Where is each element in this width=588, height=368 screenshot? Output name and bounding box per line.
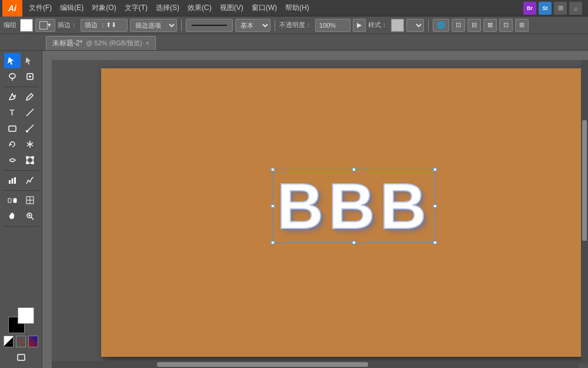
column-graph-tool[interactable] bbox=[4, 173, 21, 188]
tool-row-extra bbox=[1, 350, 41, 365]
svg-rect-19 bbox=[8, 198, 11, 203]
bbb-text-container[interactable]: BBB bbox=[277, 174, 431, 238]
handle-top-left[interactable] bbox=[271, 168, 275, 171]
hand-tool[interactable] bbox=[4, 208, 21, 224]
svg-rect-6 bbox=[9, 126, 16, 131]
opacity-more[interactable]: ▶ bbox=[353, 19, 366, 32]
style-select[interactable]: ▾ bbox=[406, 19, 424, 32]
menu-edit[interactable]: 编辑(E) bbox=[56, 0, 88, 16]
swap-colors-icon[interactable] bbox=[4, 336, 14, 347]
pencil-tool[interactable] bbox=[22, 121, 38, 136]
canvas-area[interactable]: BBB bbox=[42, 51, 588, 368]
handle-bottom-right[interactable] bbox=[433, 241, 437, 244]
menu-view[interactable]: 视图(V) bbox=[216, 0, 248, 16]
menu-help[interactable]: 帮助(H) bbox=[281, 0, 313, 16]
workspace-icon[interactable]: ⊞ bbox=[554, 2, 567, 15]
search-icon[interactable]: ⌕ bbox=[569, 2, 582, 15]
stroke-preset-select[interactable]: 基本 bbox=[235, 19, 270, 32]
foreground-color-swatch[interactable] bbox=[18, 307, 34, 324]
document-tab[interactable]: 未标题-2* @ 52% (RGB/预览) × bbox=[46, 36, 156, 50]
direct-select-tool[interactable] bbox=[22, 53, 38, 68]
svg-line-25 bbox=[31, 217, 34, 220]
no-fill-icon[interactable] bbox=[16, 336, 26, 347]
right-icons: Br St ⊞ ⌕ bbox=[523, 2, 586, 15]
bridge-icon[interactable]: Br bbox=[523, 2, 536, 15]
svg-rect-18 bbox=[14, 177, 16, 184]
menu-type[interactable]: 文字(T) bbox=[121, 0, 152, 16]
tab-bar: 未标题-2* @ 52% (RGB/预览) × bbox=[0, 34, 588, 51]
pen-tool[interactable] bbox=[4, 89, 21, 104]
distribute-btn[interactable]: ⊞ bbox=[515, 19, 529, 32]
artboard-options[interactable]: ⊡ bbox=[452, 19, 465, 32]
blend-tool[interactable] bbox=[4, 193, 21, 208]
svg-rect-13 bbox=[32, 157, 34, 158]
menu-window[interactable]: 窗口(W) bbox=[248, 0, 281, 16]
stock-icon[interactable]: St bbox=[539, 2, 552, 15]
sep2 bbox=[275, 19, 275, 31]
stroke-chevron: ▾ bbox=[48, 21, 51, 29]
magic-wand-tool[interactable] bbox=[22, 69, 38, 84]
lasso-tool[interactable] bbox=[4, 69, 21, 84]
align-btn1[interactable]: ⊟ bbox=[467, 19, 481, 32]
handle-middle-right[interactable] bbox=[433, 204, 437, 208]
style-color-box[interactable] bbox=[391, 19, 404, 32]
type-tool[interactable]: T bbox=[4, 105, 21, 120]
handle-middle-left[interactable] bbox=[271, 204, 275, 208]
handle-bottom-left[interactable] bbox=[271, 241, 275, 244]
svg-rect-17 bbox=[11, 178, 13, 184]
tab-close-button[interactable]: × bbox=[146, 40, 149, 47]
align-btn2[interactable]: ⊠ bbox=[483, 19, 497, 32]
stroke-preview[interactable] bbox=[186, 19, 233, 32]
stroke-button[interactable]: ▾ bbox=[35, 19, 55, 32]
horizontal-scrollbar-thumb[interactable] bbox=[157, 362, 368, 367]
vertical-scrollbar-thumb[interactable] bbox=[582, 120, 587, 240]
opacity-label: 不透明度： bbox=[279, 21, 312, 29]
rect-tool[interactable] bbox=[4, 121, 21, 136]
screen-mode-btn[interactable] bbox=[13, 350, 29, 365]
svg-rect-20 bbox=[14, 198, 16, 203]
horizontal-scrollbar[interactable] bbox=[52, 361, 579, 368]
menu-effect[interactable]: 效果(C) bbox=[183, 0, 216, 16]
tool-row-4: T bbox=[1, 105, 41, 120]
toolbar: 编组 ▾ 插边： 描边 ： ⬆⬇ 插边选项 基本 不透明度： 100% ▶ 样式… bbox=[0, 16, 588, 34]
tool-sep-2 bbox=[4, 170, 39, 171]
rotate-tool[interactable] bbox=[4, 137, 21, 152]
handle-top-right[interactable] bbox=[433, 168, 437, 171]
color-mode-icon[interactable] bbox=[28, 336, 38, 347]
svg-rect-12 bbox=[26, 157, 28, 158]
stroke-line bbox=[192, 25, 227, 26]
zoom-tool[interactable] bbox=[22, 208, 38, 224]
brush-tool[interactable] bbox=[22, 89, 38, 104]
web-icon[interactable]: 🌐 bbox=[433, 19, 449, 32]
tool-row-5 bbox=[1, 121, 41, 136]
warp-tool[interactable] bbox=[4, 152, 21, 168]
free-transform-tool[interactable] bbox=[22, 152, 38, 168]
insert-select[interactable]: 插边选项 bbox=[130, 19, 177, 32]
chart-tool[interactable] bbox=[22, 173, 38, 188]
fill-color-box[interactable] bbox=[20, 19, 33, 32]
tool-row-2 bbox=[1, 69, 41, 84]
sep1 bbox=[181, 19, 182, 31]
tool-row-3 bbox=[1, 89, 41, 104]
svg-line-7 bbox=[26, 125, 34, 132]
menu-file[interactable]: 文件(F) bbox=[25, 0, 56, 16]
menu-select[interactable]: 选择(S) bbox=[152, 0, 183, 16]
sep3 bbox=[428, 19, 429, 31]
svg-rect-16 bbox=[9, 180, 11, 184]
opacity-value[interactable]: 100% bbox=[315, 19, 350, 32]
tool-row-8 bbox=[1, 173, 41, 188]
mesh-tool[interactable] bbox=[22, 193, 38, 208]
type-icon: T bbox=[9, 108, 15, 117]
bbb-text: BBB bbox=[277, 174, 431, 238]
vertical-scrollbar[interactable] bbox=[581, 60, 588, 361]
insert-options[interactable]: 描边 ： ⬆⬇ bbox=[81, 19, 128, 32]
reflect-tool[interactable] bbox=[22, 137, 38, 152]
stroke-icon bbox=[39, 21, 48, 29]
align-btn3[interactable]: ⊡ bbox=[499, 19, 513, 32]
tool-row-9 bbox=[1, 193, 41, 208]
menu-object[interactable]: 对象(O) bbox=[88, 0, 120, 16]
artboard: BBB bbox=[101, 68, 588, 357]
tool-row-7 bbox=[1, 152, 41, 168]
line-tool[interactable] bbox=[22, 105, 38, 120]
select-tool[interactable] bbox=[4, 53, 21, 68]
